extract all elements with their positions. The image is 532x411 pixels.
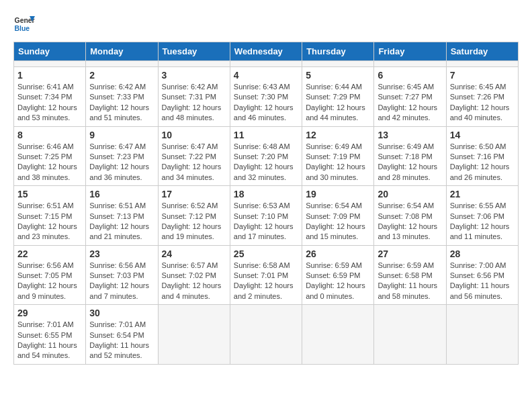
day-number: 10: [162, 130, 226, 140]
day-number: 18: [234, 189, 298, 199]
day-info: Sunrise: 6:49 AMSunset: 7:19 PMDaylight:…: [306, 142, 370, 183]
day-header-friday: Friday: [374, 42, 446, 61]
day-number: 30: [89, 308, 154, 318]
calendar-cell: 20Sunrise: 6:54 AMSunset: 7:08 PMDayligh…: [374, 186, 446, 246]
day-number: 16: [89, 189, 154, 199]
calendar-cell: 8Sunrise: 6:46 AMSunset: 7:25 PMDaylight…: [14, 126, 86, 186]
day-number: 12: [306, 130, 370, 140]
day-header-thursday: Thursday: [302, 42, 374, 61]
calendar-cell: 13Sunrise: 6:49 AMSunset: 7:18 PMDayligh…: [374, 126, 446, 186]
calendar-cell: [374, 61, 446, 67]
logo-icon: General Blue: [13, 13, 35, 35]
day-info: Sunrise: 6:44 AMSunset: 7:29 PMDaylight:…: [306, 82, 370, 124]
day-header-wednesday: Wednesday: [230, 42, 302, 61]
day-number: 4: [234, 70, 298, 81]
day-info: Sunrise: 6:54 AMSunset: 7:08 PMDaylight:…: [378, 201, 442, 242]
calendar-cell: [230, 61, 302, 67]
day-info: Sunrise: 6:51 AMSunset: 7:13 PMDaylight:…: [89, 201, 154, 242]
day-number: 1: [17, 70, 82, 81]
calendar-cell: 27Sunrise: 6:59 AMSunset: 6:58 PMDayligh…: [374, 245, 446, 305]
day-number: 7: [450, 70, 515, 81]
day-header-sunday: Sunday: [14, 42, 86, 61]
day-info: Sunrise: 6:56 AMSunset: 7:05 PMDaylight:…: [17, 261, 82, 302]
day-number: 23: [89, 248, 154, 259]
day-header-monday: Monday: [86, 42, 158, 61]
day-number: 15: [17, 189, 82, 199]
day-number: 19: [306, 189, 370, 199]
day-info: Sunrise: 7:01 AMSunset: 6:55 PMDaylight:…: [17, 320, 82, 361]
day-info: Sunrise: 6:53 AMSunset: 7:10 PMDaylight:…: [234, 201, 298, 242]
day-number: 5: [306, 70, 370, 81]
day-number: 11: [234, 130, 298, 140]
week-row-1: 1Sunrise: 6:41 AMSunset: 7:34 PMDaylight…: [14, 67, 519, 127]
calendar-cell: 21Sunrise: 6:55 AMSunset: 7:06 PMDayligh…: [446, 186, 518, 246]
calendar-cell: 6Sunrise: 6:45 AMSunset: 7:27 PMDaylight…: [374, 67, 446, 127]
calendar-cell: 30Sunrise: 7:01 AMSunset: 6:54 PMDayligh…: [86, 305, 158, 365]
day-number: 14: [450, 130, 515, 140]
calendar-cell: 28Sunrise: 7:00 AMSunset: 6:56 PMDayligh…: [446, 245, 518, 305]
calendar-cell: 2Sunrise: 6:42 AMSunset: 7:33 PMDaylight…: [86, 67, 158, 127]
day-number: 9: [89, 130, 154, 140]
day-info: Sunrise: 7:00 AMSunset: 6:56 PMDaylight:…: [450, 261, 515, 302]
day-info: Sunrise: 6:42 AMSunset: 7:33 PMDaylight:…: [89, 82, 154, 124]
day-number: 8: [17, 130, 82, 140]
week-row-4: 22Sunrise: 6:56 AMSunset: 7:05 PMDayligh…: [14, 245, 519, 305]
week-row-0: [14, 61, 519, 67]
day-number: 3: [162, 70, 226, 81]
calendar-cell: [302, 305, 374, 365]
calendar-cell: [230, 305, 302, 365]
calendar-cell: 26Sunrise: 6:59 AMSunset: 6:59 PMDayligh…: [302, 245, 374, 305]
day-number: 21: [450, 189, 515, 199]
calendar-cell: 23Sunrise: 6:56 AMSunset: 7:03 PMDayligh…: [86, 245, 158, 305]
day-number: 13: [378, 130, 442, 140]
day-info: Sunrise: 6:47 AMSunset: 7:22 PMDaylight:…: [162, 142, 226, 183]
day-info: Sunrise: 6:55 AMSunset: 7:06 PMDaylight:…: [450, 201, 515, 242]
day-info: Sunrise: 6:50 AMSunset: 7:16 PMDaylight:…: [450, 142, 515, 183]
calendar-cell: [446, 61, 518, 67]
calendar-cell: 29Sunrise: 7:01 AMSunset: 6:55 PMDayligh…: [14, 305, 86, 365]
day-info: Sunrise: 6:45 AMSunset: 7:27 PMDaylight:…: [378, 82, 442, 124]
day-info: Sunrise: 6:41 AMSunset: 7:34 PMDaylight:…: [17, 82, 82, 124]
week-row-2: 8Sunrise: 6:46 AMSunset: 7:25 PMDaylight…: [14, 126, 519, 186]
calendar-cell: 1Sunrise: 6:41 AMSunset: 7:34 PMDaylight…: [14, 67, 86, 127]
day-number: 2: [89, 70, 154, 81]
day-header-row: SundayMondayTuesdayWednesdayThursdayFrid…: [14, 42, 519, 61]
calendar-cell: 4Sunrise: 6:43 AMSunset: 7:30 PMDaylight…: [230, 67, 302, 127]
calendar-cell: [14, 61, 86, 67]
calendar-cell: 7Sunrise: 6:45 AMSunset: 7:26 PMDaylight…: [446, 67, 518, 127]
calendar-cell: [446, 305, 518, 365]
calendar-cell: 12Sunrise: 6:49 AMSunset: 7:19 PMDayligh…: [302, 126, 374, 186]
day-number: 28: [450, 248, 515, 259]
day-info: Sunrise: 6:49 AMSunset: 7:18 PMDaylight:…: [378, 142, 442, 183]
day-number: 26: [306, 248, 370, 259]
day-info: Sunrise: 6:48 AMSunset: 7:20 PMDaylight:…: [234, 142, 298, 183]
day-header-tuesday: Tuesday: [158, 42, 230, 61]
day-info: Sunrise: 6:59 AMSunset: 6:59 PMDaylight:…: [306, 261, 370, 302]
page-header: General Blue: [13, 13, 519, 35]
calendar-cell: [158, 305, 230, 365]
day-info: Sunrise: 6:59 AMSunset: 6:58 PMDaylight:…: [378, 261, 442, 302]
day-info: Sunrise: 6:43 AMSunset: 7:30 PMDaylight:…: [234, 82, 298, 124]
calendar-cell: [302, 61, 374, 67]
day-info: Sunrise: 6:54 AMSunset: 7:09 PMDaylight:…: [306, 201, 370, 242]
week-row-5: 29Sunrise: 7:01 AMSunset: 6:55 PMDayligh…: [14, 305, 519, 365]
calendar-cell: 25Sunrise: 6:58 AMSunset: 7:01 PMDayligh…: [230, 245, 302, 305]
logo: General Blue: [13, 13, 38, 35]
calendar-cell: 3Sunrise: 6:42 AMSunset: 7:31 PMDaylight…: [158, 67, 230, 127]
week-row-3: 15Sunrise: 6:51 AMSunset: 7:15 PMDayligh…: [14, 186, 519, 246]
day-number: 22: [17, 248, 82, 259]
day-number: 20: [378, 189, 442, 199]
calendar-cell: 10Sunrise: 6:47 AMSunset: 7:22 PMDayligh…: [158, 126, 230, 186]
day-info: Sunrise: 6:42 AMSunset: 7:31 PMDaylight:…: [162, 82, 226, 124]
day-info: Sunrise: 6:56 AMSunset: 7:03 PMDaylight:…: [89, 261, 154, 302]
calendar-table: SundayMondayTuesdayWednesdayThursdayFrid…: [13, 42, 519, 365]
calendar-cell: 15Sunrise: 6:51 AMSunset: 7:15 PMDayligh…: [14, 186, 86, 246]
day-number: 25: [234, 248, 298, 259]
day-info: Sunrise: 6:51 AMSunset: 7:15 PMDaylight:…: [17, 201, 82, 242]
day-info: Sunrise: 6:57 AMSunset: 7:02 PMDaylight:…: [162, 261, 226, 302]
calendar-cell: 22Sunrise: 6:56 AMSunset: 7:05 PMDayligh…: [14, 245, 86, 305]
day-number: 17: [162, 189, 226, 199]
day-number: 24: [162, 248, 226, 259]
day-info: Sunrise: 6:52 AMSunset: 7:12 PMDaylight:…: [162, 201, 226, 242]
calendar-cell: 24Sunrise: 6:57 AMSunset: 7:02 PMDayligh…: [158, 245, 230, 305]
